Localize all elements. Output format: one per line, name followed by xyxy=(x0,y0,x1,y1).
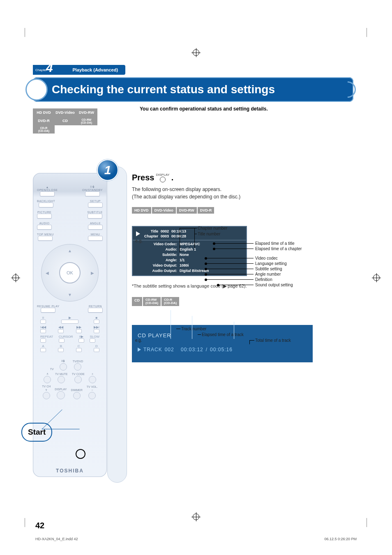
nav-ring: ▲ ▼ ◀ ▶ OK xyxy=(41,244,99,302)
btn-repeat: REPEAT xyxy=(40,335,53,339)
cd-eg-label: e.g. xyxy=(135,338,142,343)
lbl-title-number: Title number xyxy=(198,232,220,236)
see-page-icon: ▶ xyxy=(223,283,226,289)
tab-cd: CD xyxy=(132,297,142,306)
osd-title-v: 0002 xyxy=(161,229,169,233)
lbl-dimmer: DIMMER xyxy=(71,389,82,391)
cl-elapsed-title: Elapsed time of a title xyxy=(255,241,295,246)
cd-track-num: 002 xyxy=(165,347,174,352)
btn-setup: SETUP xyxy=(90,200,101,203)
subnote-prefix: *The subtitle setting shows a language c… xyxy=(132,283,223,288)
chapter-tab: Chapter 4 Playback (Advanced) xyxy=(33,65,125,75)
btn-slow: SLOW xyxy=(90,335,99,339)
ff-icon: ▶▶ xyxy=(76,325,82,329)
lbl-tv: TV xyxy=(50,368,54,371)
page-number: 42 xyxy=(35,521,44,530)
step-line1: The following on-screen display appears. xyxy=(132,186,351,193)
osd-aout-k: Audio Output: xyxy=(136,269,177,273)
pause-icon: II xyxy=(40,316,46,320)
btn-picture: PICTURE xyxy=(37,211,51,214)
press-instruction: Press DISPLAY . xyxy=(132,173,351,182)
lbl-tvcode: TV CODE xyxy=(72,373,85,375)
lbl-track-number: Track number xyxy=(181,327,206,331)
btn-resume: RESUME PLAY xyxy=(37,305,60,308)
osd-vout-v: 1080i xyxy=(180,263,243,267)
cl-sound: Sound output setting xyxy=(255,283,293,287)
osd-angle-v: 1/1 xyxy=(180,258,243,262)
tab-cdrw: CD-RW (CD-DA) xyxy=(143,297,161,306)
btn-backlight: BACKLIGHT xyxy=(37,200,55,203)
badge-dvdvideo: DVD-Video xyxy=(55,109,76,117)
footer-file: HD-XA2KN_04_E.indd 42 xyxy=(35,537,78,541)
cl-elapsed-chapter: Elapsed time of a chapter xyxy=(255,246,302,251)
btn-audio: AUDIO xyxy=(39,222,50,225)
btn-b: B xyxy=(58,344,64,348)
btn-onstandby: ON/STANDBY xyxy=(82,189,103,191)
osd-chapter-v: 0003 xyxy=(161,234,169,238)
btn-subtitle: SUBTITLE xyxy=(88,211,103,214)
disc-type-badges: HD DVD DVD-Video DVD-RW DVD-R CD CD-RW (… xyxy=(33,108,97,134)
display-button-highlight xyxy=(76,449,85,459)
cl-subtitle: Subtitle setting xyxy=(255,267,282,271)
play-icon xyxy=(136,231,140,236)
osd-angle-k: Angle: xyxy=(136,258,177,262)
btn-return: RETURN xyxy=(89,305,102,308)
step-line2: (The actual display varies depending on … xyxy=(132,193,351,200)
osd-title-k: Title xyxy=(144,229,158,233)
skip-fwd-icon: ▶▶I xyxy=(94,325,99,329)
btn-topmenu: TOP MENU xyxy=(37,233,54,236)
subnote-page: page 62). xyxy=(226,283,247,288)
lbl-chapter-number: Chapter number xyxy=(198,226,227,230)
lbl-iphi: I/ϕ xyxy=(61,359,65,363)
play-icon: ▶ xyxy=(61,316,78,320)
osd-subtitle-k: Subtitle: xyxy=(136,253,177,257)
osd-audio-k: Audio: xyxy=(136,247,177,251)
step-number: 1 xyxy=(97,159,118,181)
step-tab: 1 xyxy=(107,166,127,483)
btn-c: C xyxy=(76,344,82,348)
lbl-tvmute: TV MUTE xyxy=(55,373,68,375)
arrow-up-icon: ▲ xyxy=(68,249,72,253)
chapter-number: 4 xyxy=(46,61,53,75)
badge-cdrw: CD-RW (CD-DA) xyxy=(76,117,97,125)
arrow-left-icon: ◀ xyxy=(46,271,49,275)
osd-chapter-k: Chapter xyxy=(144,234,158,238)
stop-icon: ■ xyxy=(94,316,99,320)
osd-vout-k: Video Output: xyxy=(136,263,177,267)
arrow-down-icon: ▼ xyxy=(68,292,72,297)
chapter-title: Playback (Advanced) xyxy=(72,67,118,72)
btn-d: D xyxy=(94,344,99,348)
press-period: . xyxy=(171,173,174,182)
tab-dvdvideo: DVD-Video xyxy=(152,207,176,214)
tab-hddvd: HD DVD xyxy=(132,207,151,214)
btn-angle: ANGLE xyxy=(90,222,101,225)
display-icon-label: DISPLAY xyxy=(156,173,170,177)
btn-menu: MENU xyxy=(91,233,100,236)
cd-elapsed: 00:03:12 xyxy=(181,347,203,352)
intro-text: You can confirm operational status and s… xyxy=(140,106,268,112)
btn-cursor: CURSOR xyxy=(59,335,73,339)
chapter-label: Chapter xyxy=(33,68,47,72)
badge-dvdrw: DVD-RW xyxy=(76,109,97,117)
cd-total: 00:05:16 xyxy=(210,347,233,352)
lbl-display: DISPLAY xyxy=(55,388,67,391)
btn-openclose: OPEN/CLOSE xyxy=(37,189,58,191)
eg-label: e.g. xyxy=(135,238,143,243)
subtitle-note: *The subtitle setting shows a language c… xyxy=(132,283,351,289)
lbl-track-elapsed: Elapsed time of a track xyxy=(202,332,244,337)
lbl-tvch: TV CH xyxy=(42,385,51,388)
skip-back-icon: I◀◀ xyxy=(40,325,46,329)
cl-lang: Language setting xyxy=(255,261,287,266)
cl-angle: Angle number xyxy=(255,272,281,276)
tab-dvdr: DVD-R xyxy=(198,207,214,214)
cd-sep: / xyxy=(206,347,208,352)
btn-step: II▶ xyxy=(78,335,84,339)
rewind-icon: ◀◀ xyxy=(58,325,64,329)
lbl-tvvol: TV VOL. xyxy=(87,385,98,388)
display-button-icon: DISPLAY xyxy=(156,173,170,182)
cl-definition: Definition xyxy=(255,277,272,282)
osd-audio-v: English 1 xyxy=(180,247,243,251)
badge-cdr: CD-R (CD-DA) xyxy=(33,125,55,134)
osd-aout-v: Digital Bitstream xyxy=(180,269,243,273)
tab-dvdrw: DVD-RW xyxy=(177,207,197,214)
